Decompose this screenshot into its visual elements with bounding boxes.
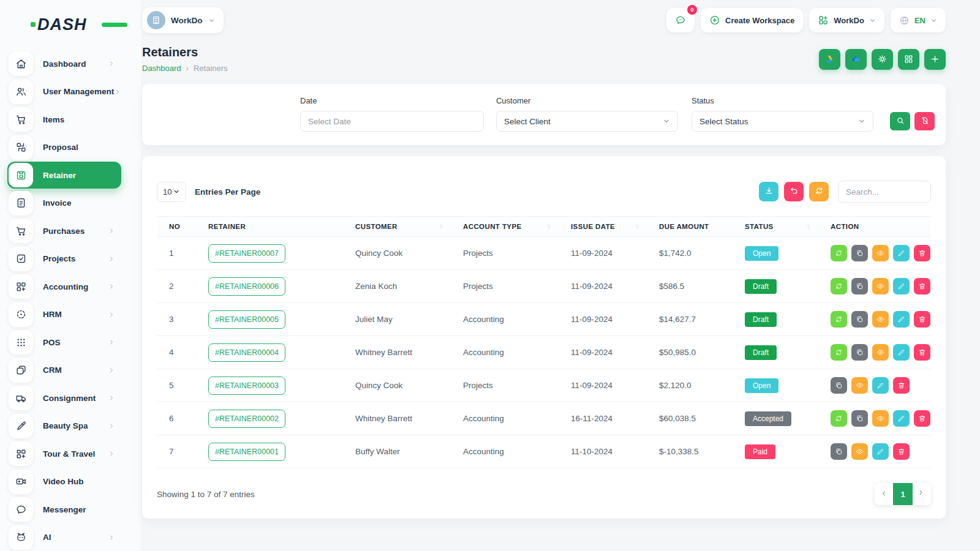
action-delete-button[interactable] — [893, 377, 910, 394]
retainer-number-link[interactable]: #RETAINER00005 — [208, 310, 285, 329]
sidebar-item-purchases[interactable]: Purchases — [7, 217, 121, 244]
action-edit-button[interactable] — [893, 311, 910, 328]
status-select[interactable]: Select Status — [692, 111, 873, 132]
retainer-number-link[interactable]: #RETAINER00006 — [208, 277, 285, 296]
sidebar-item-beauty-spa[interactable]: Beauty Spa — [7, 413, 121, 440]
sidebar-item-proposal[interactable]: Proposal — [7, 134, 121, 161]
sidebar-item-items[interactable]: Items — [7, 106, 121, 133]
action-convert-button[interactable] — [831, 278, 847, 294]
app-logo[interactable]: DASH — [31, 11, 123, 38]
sidebar-item-video-hub[interactable]: Video Hub — [7, 468, 121, 495]
export-button[interactable] — [759, 182, 778, 201]
action-delete-button[interactable] — [914, 245, 930, 261]
settings-button[interactable] — [872, 49, 893, 70]
breadcrumb-dashboard-link[interactable]: Dashboard — [142, 64, 181, 73]
messages-button[interactable]: 0 — [666, 8, 695, 32]
add-retainer-button[interactable] — [924, 49, 946, 70]
action-view-button[interactable] — [872, 311, 889, 328]
google-drive-button[interactable] — [819, 49, 840, 70]
action-convert-button[interactable] — [831, 410, 847, 427]
action-edit-button[interactable] — [893, 278, 910, 294]
sidebar-item-consignment[interactable]: Consignment — [7, 384, 121, 411]
action-duplicate-button[interactable] — [851, 278, 868, 294]
action-delete-button[interactable] — [914, 410, 930, 427]
sidebar-item-accounting[interactable]: Accounting — [7, 273, 121, 300]
action-view-button[interactable] — [851, 377, 868, 394]
action-duplicate-button[interactable] — [851, 344, 868, 361]
column-header-account-type[interactable]: ACCOUNT TYPE — [451, 217, 559, 237]
sidebar-item-tour-travel[interactable]: Tour & Travel — [7, 440, 121, 467]
row-number: 3 — [157, 303, 196, 336]
customer-select[interactable]: Select Client — [496, 111, 678, 132]
sidebar-item-messenger[interactable]: Messenger — [7, 496, 121, 523]
home-icon — [9, 51, 33, 76]
action-view-button[interactable] — [872, 344, 889, 361]
duplicate-icon — [856, 414, 864, 422]
action-convert-button[interactable] — [831, 311, 847, 328]
action-duplicate-button[interactable] — [831, 443, 847, 460]
customer-filter-field: Customer Select Client — [496, 96, 678, 132]
reset-filter-button[interactable] — [914, 112, 935, 130]
next-page-button[interactable] — [913, 483, 931, 505]
retainer-number-link[interactable]: #RETAINER00003 — [208, 377, 285, 395]
entries-per-page-select[interactable]: 10 — [157, 182, 186, 202]
prev-page-button[interactable] — [875, 483, 893, 505]
status-select-value: Select Status — [699, 117, 748, 126]
apply-filter-button[interactable] — [890, 112, 910, 130]
pagination: 1 — [875, 483, 931, 505]
action-duplicate-button[interactable] — [851, 311, 868, 328]
action-delete-button[interactable] — [914, 278, 930, 294]
action-edit-button[interactable] — [872, 443, 889, 460]
sidebar-item-dashboard[interactable]: Dashboard — [7, 50, 121, 77]
retainer-number-link[interactable]: #RETAINER00004 — [208, 343, 285, 362]
workspace-switcher[interactable]: WorkDo — [142, 7, 224, 33]
chevron-right-icon — [918, 490, 925, 499]
sidebar-item-invoice[interactable]: Invoice — [7, 190, 121, 217]
retainer-number-link[interactable]: #RETAINER00001 — [208, 443, 285, 461]
action-duplicate-button[interactable] — [851, 245, 868, 261]
action-edit-button[interactable] — [893, 410, 910, 427]
onedrive-button[interactable] — [845, 49, 867, 70]
language-switcher[interactable]: EN — [891, 8, 946, 32]
action-edit-button[interactable] — [893, 245, 910, 261]
apps-button[interactable] — [898, 49, 919, 70]
refresh-button[interactable] — [809, 182, 829, 201]
action-convert-button[interactable] — [831, 245, 847, 261]
action-convert-button[interactable] — [831, 344, 847, 361]
retainer-number-link[interactable]: #RETAINER00007 — [208, 244, 285, 263]
convert-icon — [835, 249, 843, 257]
sidebar-item-retainer[interactable]: Retainer — [7, 162, 121, 189]
action-view-button[interactable] — [872, 278, 889, 294]
action-delete-button[interactable] — [893, 443, 910, 460]
sidebar-item-pos[interactable]: POS — [7, 329, 121, 356]
action-edit-button[interactable] — [872, 377, 889, 394]
sidebar-item-projects[interactable]: Projects — [7, 246, 121, 272]
sidebar-item-hrm[interactable]: HRM — [7, 301, 121, 328]
table-search-input[interactable] — [838, 181, 931, 203]
chevron-down-icon — [173, 188, 180, 195]
column-header-issue-date[interactable]: ISSUE DATE — [559, 217, 647, 237]
action-duplicate-button[interactable] — [831, 377, 847, 394]
delete-icon — [918, 348, 926, 356]
action-edit-button[interactable] — [893, 344, 910, 361]
column-header-customer[interactable]: CUSTOMER — [343, 217, 451, 237]
sidebar-item-ai[interactable]: AI — [7, 524, 121, 551]
action-view-button[interactable] — [872, 245, 889, 261]
column-header-status[interactable]: STATUS — [733, 217, 818, 237]
action-view-button[interactable] — [872, 410, 889, 427]
undo-button[interactable] — [784, 182, 804, 201]
action-view-button[interactable] — [851, 443, 868, 460]
sidebar-item-crm[interactable]: CRM — [7, 357, 121, 384]
action-duplicate-button[interactable] — [851, 410, 868, 427]
action-delete-button[interactable] — [914, 311, 930, 328]
table-row: 6#RETAINER00002Whitney BarrettAccounting… — [157, 402, 931, 435]
date-filter-input[interactable] — [300, 111, 484, 132]
app-root: DASH DashboardUser ManagementItemsPropos… — [0, 0, 980, 551]
page-1-button[interactable]: 1 — [893, 483, 913, 505]
action-delete-button[interactable] — [914, 344, 930, 361]
sidebar-item-user-management[interactable]: User Management — [7, 78, 121, 105]
workdo-menu-button[interactable]: WorkDo — [809, 8, 884, 32]
retainer-number-link[interactable]: #RETAINER00002 — [208, 410, 285, 428]
sidebar-item-label: Items — [43, 115, 115, 124]
create-workspace-button[interactable]: Create Workspace — [701, 8, 803, 32]
